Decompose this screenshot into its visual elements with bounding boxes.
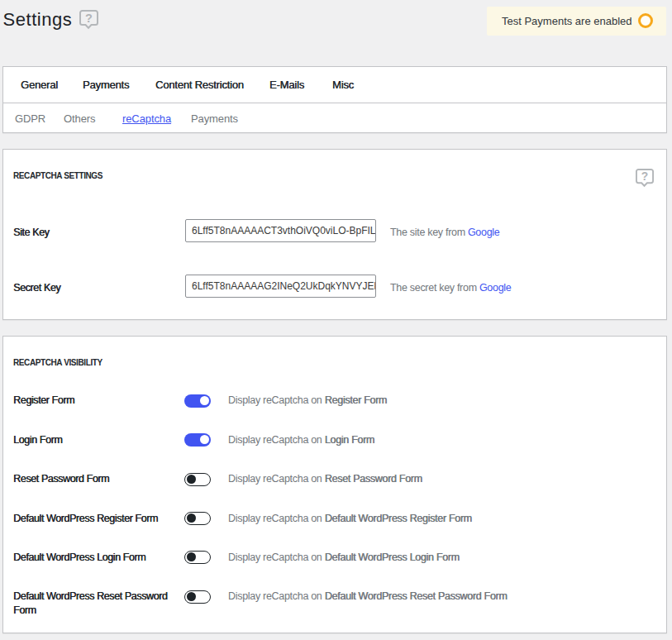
svg-text:?: ? xyxy=(85,12,93,25)
svg-text:?: ? xyxy=(641,170,648,183)
